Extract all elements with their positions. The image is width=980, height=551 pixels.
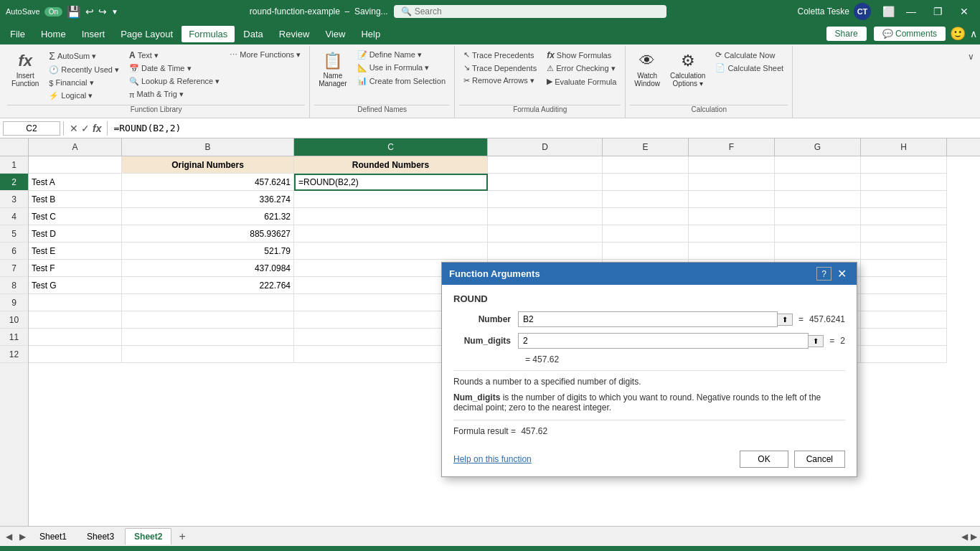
cell-g2[interactable] xyxy=(775,174,861,191)
autosum-button[interactable]: Σ AutoSum ▾ xyxy=(44,49,123,63)
scroll-right-icon[interactable]: ▶ xyxy=(971,532,977,542)
calculation-options-button[interactable]: ⚙ CalculationOptions ▾ xyxy=(666,49,710,90)
sheet-tab-sheet1[interactable]: Sheet1 xyxy=(30,528,76,545)
calculate-now-button[interactable]: ⟳ Calculate Now xyxy=(711,49,788,61)
recently-used-button[interactable]: 🕐 Recently Used ▾ xyxy=(44,64,123,76)
define-name-button[interactable]: 📝 Define Name ▾ xyxy=(353,49,450,61)
cancel-button[interactable]: Cancel xyxy=(794,451,845,468)
save-icon[interactable]: 💾 xyxy=(67,5,81,19)
show-formulas-button[interactable]: fx Show Formulas xyxy=(542,49,621,62)
comments-button[interactable]: 💬 Comments xyxy=(874,27,946,41)
cell-a9[interactable] xyxy=(29,294,122,311)
cell-a12[interactable] xyxy=(29,346,122,363)
col-header-c[interactable]: C xyxy=(294,138,488,156)
cell-b2[interactable]: 457.6241 xyxy=(122,174,294,191)
cell-h11[interactable] xyxy=(861,329,947,346)
trace-precedents-button[interactable]: ↖ Trace Precedents xyxy=(459,49,541,61)
cell-b6[interactable]: 521.79 xyxy=(122,242,294,260)
cell-b4[interactable]: 621.32 xyxy=(122,208,294,225)
menu-review[interactable]: Review xyxy=(272,26,317,42)
cell-a4[interactable]: Test C xyxy=(29,208,122,225)
cell-b1[interactable]: Original Numbers xyxy=(122,156,294,174)
cell-e1[interactable] xyxy=(603,156,689,174)
autosave-toggle[interactable]: On xyxy=(44,7,62,17)
menu-help[interactable]: Help xyxy=(354,26,387,42)
row-num-1[interactable]: 1 xyxy=(0,156,28,174)
row-num-6[interactable]: 6 xyxy=(0,242,28,260)
cell-d5[interactable] xyxy=(488,225,603,242)
cell-d4[interactable] xyxy=(488,208,603,225)
cell-e3[interactable] xyxy=(603,191,689,208)
add-sheet-button[interactable]: + xyxy=(173,529,191,545)
cell-a8[interactable]: Test G xyxy=(29,277,122,294)
cell-b11[interactable] xyxy=(122,329,294,346)
more-functions-button[interactable]: ⋯ More Functions ▾ xyxy=(225,49,305,61)
cell-h2[interactable] xyxy=(861,174,947,191)
cell-a6[interactable]: Test E xyxy=(29,242,122,260)
col-header-h[interactable]: H xyxy=(861,138,947,156)
error-checking-button[interactable]: ⚠ Error Checking ▾ xyxy=(542,62,621,75)
cell-h12[interactable] xyxy=(861,346,947,363)
cell-h6[interactable] xyxy=(861,242,947,260)
row-num-9[interactable]: 9 xyxy=(0,294,28,311)
financial-button[interactable]: $ Financial ▾ xyxy=(44,77,123,89)
cell-f4[interactable] xyxy=(689,208,775,225)
scroll-left-icon[interactable]: ◀ xyxy=(961,532,968,542)
share-button[interactable]: Share xyxy=(826,27,867,41)
cell-b12[interactable] xyxy=(122,346,294,363)
date-time-button[interactable]: 📅 Date & Time ▾ xyxy=(125,62,224,75)
remove-arrows-button[interactable]: ✂ Remove Arrows ▾ xyxy=(459,75,541,87)
cell-b3[interactable]: 336.274 xyxy=(122,191,294,208)
cell-e4[interactable] xyxy=(603,208,689,225)
cell-f3[interactable] xyxy=(689,191,775,208)
lookup-reference-button[interactable]: 🔍 Lookup & Reference ▾ xyxy=(125,75,224,88)
cell-d6[interactable] xyxy=(488,242,603,260)
use-in-formula-button[interactable]: 📐 Use in Formula ▾ xyxy=(353,62,450,74)
text-button[interactable]: A Text ▾ xyxy=(125,49,224,62)
cell-c1[interactable]: Rounded Numbers xyxy=(294,156,488,174)
ok-button[interactable]: OK xyxy=(740,451,788,468)
minimize-button[interactable]: — xyxy=(900,4,922,19)
menu-file[interactable]: File xyxy=(3,26,32,42)
dialog-close-button[interactable]: ✕ xyxy=(834,267,849,281)
cell-c6[interactable] xyxy=(294,242,488,260)
menu-home[interactable]: Home xyxy=(34,26,73,42)
ribbon-collapse-button[interactable]: ∧ xyxy=(970,28,977,39)
cell-b5[interactable]: 885.93627 xyxy=(122,225,294,242)
col-header-g[interactable]: G xyxy=(775,138,861,156)
cell-g1[interactable] xyxy=(775,156,861,174)
maximize-button[interactable]: ❐ xyxy=(928,4,948,19)
quick-access-dropdown[interactable]: ▼ xyxy=(111,8,118,16)
row-num-8[interactable]: 8 xyxy=(0,277,28,294)
cell-c3[interactable] xyxy=(294,191,488,208)
cell-e5[interactable] xyxy=(603,225,689,242)
cell-a7[interactable]: Test F xyxy=(29,260,122,277)
cell-g3[interactable] xyxy=(775,191,861,208)
row-num-10[interactable]: 10 xyxy=(0,311,28,329)
cell-c2[interactable]: =ROUND(B2,2) xyxy=(294,174,488,191)
cell-h8[interactable] xyxy=(861,277,947,294)
cell-a5[interactable]: Test D xyxy=(29,225,122,242)
search-input[interactable] xyxy=(415,6,659,17)
dialog-numdigits-collapse-button[interactable]: ⬆ xyxy=(809,335,824,347)
watch-window-button[interactable]: 👁 WatchWindow xyxy=(630,49,664,90)
scroll-sheets-right[interactable]: ▶ xyxy=(17,532,29,542)
menu-data[interactable]: Data xyxy=(236,26,270,42)
logical-button[interactable]: ⚡ Logical ▾ xyxy=(44,90,123,102)
dialog-help-button[interactable]: ? xyxy=(816,267,831,281)
insert-function-button[interactable]: fx InsertFunction xyxy=(7,49,43,90)
col-header-d[interactable]: D xyxy=(488,138,603,156)
sheet-tab-sheet3[interactable]: Sheet3 xyxy=(77,528,123,545)
ribbon-expand-arrow[interactable]: ∨ xyxy=(965,49,977,65)
ribbon-display-icon[interactable]: ⬜ xyxy=(882,6,895,17)
cell-d2[interactable] xyxy=(488,174,603,191)
emoji-button[interactable]: 🙂 xyxy=(950,26,966,42)
cell-h7[interactable] xyxy=(861,260,947,277)
evaluate-formula-button[interactable]: ▶ Evaluate Formula xyxy=(542,75,621,88)
row-num-11[interactable]: 11 xyxy=(0,329,28,346)
help-link[interactable]: Help on this function xyxy=(453,454,532,464)
trace-dependents-button[interactable]: ↘ Trace Dependents xyxy=(459,62,541,74)
row-num-12[interactable]: 12 xyxy=(0,346,28,363)
insert-function-formula-icon[interactable]: fx xyxy=(93,123,101,134)
menu-insert[interactable]: Insert xyxy=(75,26,113,42)
